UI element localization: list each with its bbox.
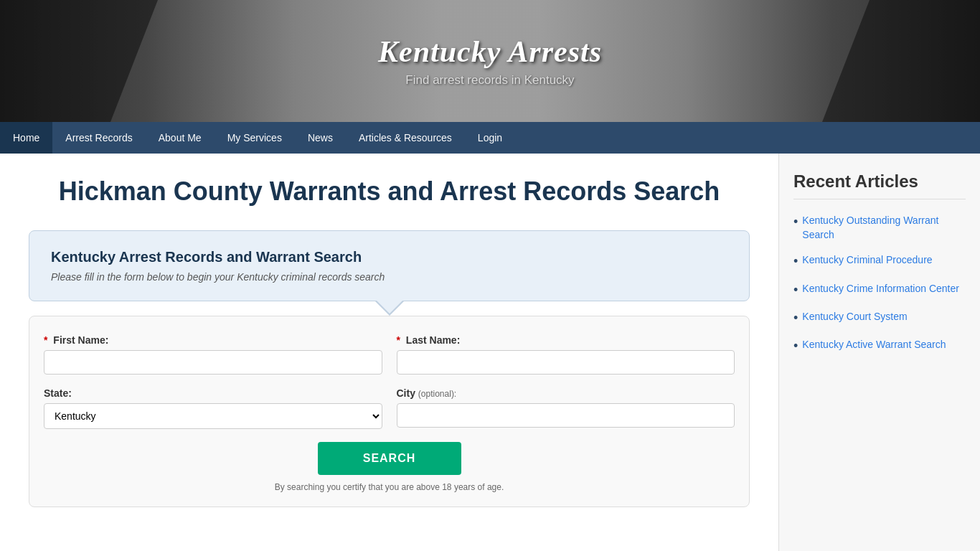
site-title: Kentucky Arrests [378, 34, 602, 69]
article-link-4[interactable]: Kentucky Court System [802, 310, 907, 324]
search-form: * First Name: * Last Name: [44, 334, 735, 492]
recent-articles-list: Kentucky Outstanding Warrant Search Kent… [793, 214, 966, 355]
search-box-title: Kentucky Arrest Records and Warrant Sear… [51, 249, 727, 265]
list-item: Kentucky Crime Information Center [793, 282, 966, 298]
city-group: City (optional): [397, 387, 735, 429]
first-name-input[interactable] [44, 350, 382, 375]
search-box-arrow [375, 301, 404, 316]
first-name-label-text: First Name: [53, 334, 108, 346]
city-input[interactable] [397, 403, 735, 428]
search-box-subtitle: Please fill in the form below to begin y… [51, 271, 727, 283]
search-info-box: Kentucky Arrest Records and Warrant Sear… [29, 230, 750, 301]
page-title: Hickman County Warrants and Arrest Recor… [29, 175, 750, 209]
nav-login[interactable]: Login [465, 122, 515, 154]
site-header: Kentucky Arrests Find arrest records in … [0, 0, 980, 122]
main-navigation: Home Arrest Records About Me My Services… [0, 122, 980, 154]
city-optional-text: (optional): [418, 389, 456, 399]
main-content: Hickman County Warrants and Arrest Recor… [0, 154, 779, 551]
last-name-input[interactable] [397, 350, 735, 375]
last-name-label: * Last Name: [397, 334, 735, 346]
article-link-2[interactable]: Kentucky Criminal Procedure [802, 253, 932, 268]
nav-home[interactable]: Home [0, 122, 52, 154]
list-item: Kentucky Court System [793, 310, 966, 326]
list-item: Kentucky Active Warrant Search [793, 338, 966, 354]
last-name-group: * Last Name: [397, 334, 735, 375]
search-form-container: * First Name: * Last Name: [29, 316, 750, 507]
nav-my-services[interactable]: My Services [215, 122, 295, 154]
page-wrapper: Hickman County Warrants and Arrest Recor… [0, 154, 980, 551]
name-row: * First Name: * Last Name: [44, 334, 735, 375]
nav-news[interactable]: News [295, 122, 346, 154]
city-label-text: City [397, 387, 415, 399]
form-disclaimer: By searching you certify that you are ab… [44, 482, 735, 492]
list-item: Kentucky Outstanding Warrant Search [793, 214, 966, 242]
nav-articles-resources[interactable]: Articles & Resources [346, 122, 465, 154]
last-name-required-star: * [397, 334, 400, 346]
site-subtitle: Find arrest records in Kentucky [378, 73, 602, 88]
header-text: Kentucky Arrests Find arrest records in … [378, 34, 602, 88]
state-select[interactable]: Kentucky [44, 403, 382, 429]
state-city-row: State: Kentucky City (optional): [44, 387, 735, 429]
nav-arrest-records[interactable]: Arrest Records [52, 122, 145, 154]
sidebar: Recent Articles Kentucky Outstanding War… [779, 154, 980, 551]
search-button[interactable]: SEARCH [318, 442, 461, 475]
article-link-5[interactable]: Kentucky Active Warrant Search [802, 338, 946, 352]
sidebar-title: Recent Articles [793, 171, 966, 199]
last-name-label-text: Last Name: [406, 334, 460, 346]
state-label: State: [44, 387, 382, 399]
search-info-wrapper: Kentucky Arrest Records and Warrant Sear… [29, 230, 750, 316]
first-name-label: * First Name: [44, 334, 382, 346]
first-name-group: * First Name: [44, 334, 382, 375]
city-label: City (optional): [397, 387, 735, 399]
article-link-1[interactable]: Kentucky Outstanding Warrant Search [802, 214, 966, 242]
article-link-3[interactable]: Kentucky Crime Information Center [802, 282, 959, 296]
list-item: Kentucky Criminal Procedure [793, 253, 966, 270]
first-name-required-star: * [44, 334, 47, 346]
nav-about-me[interactable]: About Me [146, 122, 215, 154]
state-group: State: Kentucky [44, 387, 382, 429]
